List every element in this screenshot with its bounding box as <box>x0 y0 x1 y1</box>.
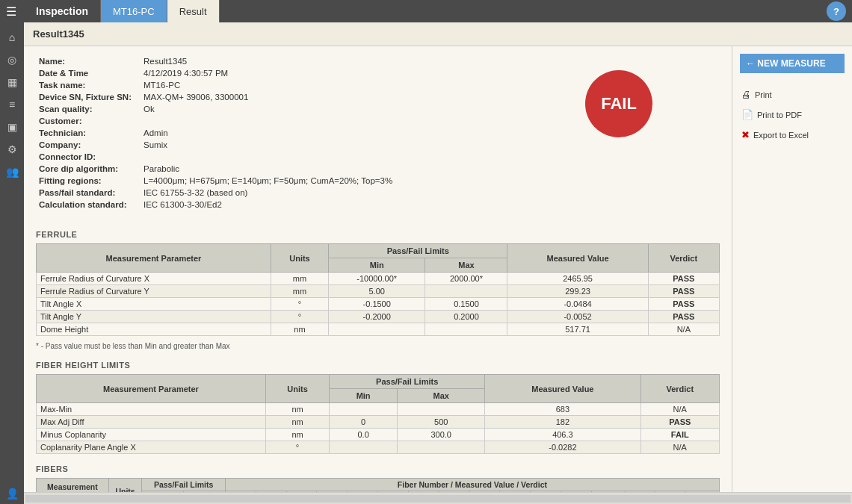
fh-max: 300.0 <box>398 429 485 441</box>
ferrule-max-header: Max <box>425 258 507 273</box>
ferrule-footnote: * - Pass value must be less than Min and… <box>36 342 720 350</box>
ferrule-units: nm <box>271 323 329 336</box>
ferrule-section-header: FERRULE <box>36 230 720 239</box>
info-row: Device SN, Fixture SN:MAX-QM+ 39006, 330… <box>36 91 570 103</box>
data-pane[interactable]: Name:Result1345Date & Time4/12/2019 4:30… <box>24 46 732 492</box>
fh-verdict: N/A <box>640 441 720 454</box>
horizontal-scrollbar-thumb[interactable] <box>25 495 851 503</box>
ferrule-measured: 517.71 <box>507 323 648 336</box>
fibers-units-header: Units <box>108 479 142 493</box>
fh-verdict: N/A <box>640 403 720 416</box>
fh-min: 0.0 <box>330 429 398 441</box>
fh-param: Coplanarity Plane Angle X <box>37 441 266 454</box>
fh-measured: -0.0282 <box>485 441 640 454</box>
fh-units: nm <box>265 403 329 416</box>
ferrule-row: Ferrule Radius of Curvature Y mm 5.00 29… <box>37 285 720 298</box>
ferrule-verdict: PASS <box>648 285 719 298</box>
bottom-scrollbar[interactable] <box>24 492 852 504</box>
ferrule-units: mm <box>271 285 329 298</box>
user-icon[interactable]: 👤 <box>0 483 24 504</box>
fiber-height-row: Minus Coplanarity nm 0.0 300.0 406.3 FAI… <box>37 429 720 441</box>
ferrule-row: Dome Height nm 517.71 N/A <box>37 323 720 336</box>
ferrule-param: Tilt Angle Y <box>37 311 271 323</box>
split-pane: Name:Result1345Date & Time4/12/2019 4:30… <box>24 46 852 492</box>
ferrule-measured-header: Measured Value <box>507 244 648 273</box>
fh-verdict: FAIL <box>640 429 720 441</box>
info-value <box>141 151 570 163</box>
ferrule-measured: -0.0052 <box>507 311 648 323</box>
info-label: Fitting regions: <box>36 175 141 187</box>
ferrule-param: Ferrule Radius of Curvature X <box>37 273 271 285</box>
fh-units: nm <box>265 429 329 441</box>
info-label: Task name: <box>36 79 141 91</box>
sidebar-icon-filter[interactable]: ≡ <box>3 96 21 113</box>
ferrule-max: 2000.00* <box>425 273 507 285</box>
fh-units: ° <box>265 441 329 454</box>
fibers-number-header: Fiber Number / Measured Value / Verdict <box>225 479 719 491</box>
content-area: Result1345 Name:Result1345Date & Time4/1… <box>24 22 852 504</box>
sidebar-icon-camera[interactable]: ▣ <box>3 118 21 136</box>
ferrule-min: -0.1500 <box>328 298 425 311</box>
ferrule-measured: 299.23 <box>507 285 648 298</box>
nav-tab-inspection[interactable]: Inspection <box>24 0 101 22</box>
info-row: Company:Sumix <box>36 139 570 151</box>
nav-tab-mt16pc[interactable]: MT16-PC <box>101 0 167 22</box>
info-label: Technician: <box>36 127 141 139</box>
ferrule-units: ° <box>271 311 329 323</box>
info-value: Parabolic <box>141 163 570 175</box>
info-row: Customer: <box>36 115 570 127</box>
ferrule-param: Tilt Angle X <box>37 298 271 311</box>
sidebar-icon-tools[interactable]: ⚙ <box>3 140 21 158</box>
nav-tab-result[interactable]: Result <box>167 0 220 22</box>
info-row: Task name:MT16-PC <box>36 79 570 91</box>
fiber-height-row: Max Adj Diff nm 0 500 182 PASS <box>37 416 720 429</box>
fh-min-header: Min <box>330 389 398 403</box>
info-value <box>141 115 570 127</box>
info-table: Name:Result1345Date & Time4/12/2019 4:30… <box>36 55 570 211</box>
fh-min <box>330 441 398 454</box>
new-measure-button[interactable]: ← NEW MEASURE <box>740 54 845 73</box>
info-value: Result1345 <box>141 55 570 67</box>
sidebar-icon-chart[interactable]: ▦ <box>3 73 21 91</box>
pdf-icon: 📄 <box>741 109 753 120</box>
info-label: Connector ID: <box>36 151 141 163</box>
fiber-height-row: Coplanarity Plane Angle X ° -0.0282 N/A <box>37 441 720 454</box>
result-title-bar: Result1345 <box>24 22 852 46</box>
info-label: Scan quality: <box>36 103 141 115</box>
info-value: Ok <box>141 103 570 115</box>
ferrule-min <box>328 323 425 336</box>
fh-param: Max Adj Diff <box>37 416 266 429</box>
print-button[interactable]: 🖨 Print <box>740 87 845 102</box>
ferrule-row: Tilt Angle Y ° -0.2000 0.2000 -0.0052 PA… <box>37 311 720 323</box>
ferrule-param: Ferrule Radius of Curvature Y <box>37 285 271 298</box>
info-row: Fitting regions:L=4000μm; H=675μm; E=140… <box>36 175 570 187</box>
info-right: FAIL <box>585 55 720 220</box>
sidebar-icon-location[interactable]: ◎ <box>3 51 21 69</box>
ferrule-max <box>425 285 507 298</box>
sidebar-icon-users[interactable]: 👥 <box>3 163 21 181</box>
ferrule-verdict-header: Verdict <box>648 244 719 273</box>
fiber-height-table: Measurement Parameter Units Pass/Fail Li… <box>36 374 720 454</box>
export-to-excel-button[interactable]: ✖ Export to Excel <box>740 127 845 143</box>
print-to-pdf-button[interactable]: 📄 Print to PDF <box>740 107 845 122</box>
info-left: Name:Result1345Date & Time4/12/2019 4:30… <box>36 55 570 220</box>
ferrule-verdict: PASS <box>648 298 719 311</box>
ferrule-min: 5.00 <box>328 285 425 298</box>
actions-pane: ← NEW MEASURE 🖨 Print 📄 Print to PDF ✖ E… <box>732 46 852 492</box>
fh-max <box>398 441 485 454</box>
ferrule-max: 0.1500 <box>425 298 507 311</box>
info-value: 4/12/2019 4:30:57 PM <box>141 67 570 79</box>
fibers-pf-header: Pass/Fail Limits <box>142 479 226 491</box>
info-value: IEC 61300-3-30/Ed2 <box>141 199 570 211</box>
hamburger-menu[interactable]: ☰ <box>6 4 16 19</box>
fh-min: 0 <box>330 416 398 429</box>
info-value: Admin <box>141 127 570 139</box>
ferrule-param-header: Measurement Parameter <box>37 244 271 273</box>
sidebar-icon-home[interactable]: ⌂ <box>3 28 21 46</box>
ferrule-param: Dome Height <box>37 323 271 336</box>
ferrule-verdict: PASS <box>648 273 719 285</box>
fh-units-header: Units <box>265 375 329 403</box>
help-button[interactable]: ? <box>827 1 846 21</box>
ferrule-pf-header: Pass/Fail Limits <box>328 244 507 258</box>
info-row: Calculation standard:IEC 61300-3-30/Ed2 <box>36 199 570 211</box>
